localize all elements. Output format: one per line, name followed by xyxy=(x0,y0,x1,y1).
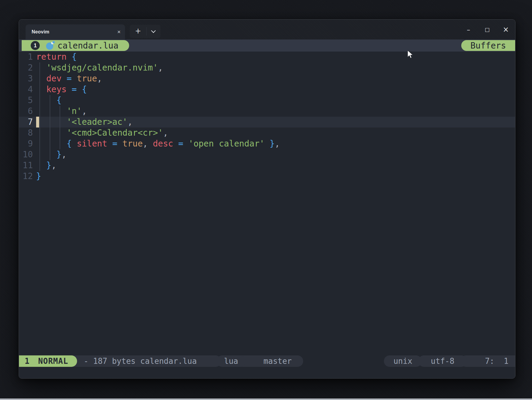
line-number: 1 xyxy=(19,52,33,62)
lua-filetype-icon xyxy=(46,41,55,50)
buffer-filename: calendar.lua xyxy=(58,41,118,51)
code-line-6[interactable]: 6 'n', xyxy=(19,106,515,117)
maximize-button[interactable]: □ xyxy=(478,20,496,39)
statusline-fileformat: unix xyxy=(384,355,422,367)
editor-cursor xyxy=(36,117,39,128)
mouse-cursor xyxy=(407,50,415,59)
bufferline: 1 calendar.lua Buffers xyxy=(19,39,515,52)
line-number: 7 xyxy=(19,117,33,128)
code-line-2[interactable]: 2 'wsdjeg/calendar.nvim', xyxy=(19,62,515,73)
statusline-filetype: lua xyxy=(216,355,246,367)
statusline-mode-segment: 1 NORMAL xyxy=(19,355,77,367)
neovim-ui: 1 calendar.lua Buffers 1return {2 'wsdje… xyxy=(19,39,515,378)
code-lines: 1return {2 'wsdjeg/calendar.nvim',3 dev … xyxy=(19,52,515,182)
chevron-down-icon xyxy=(151,28,156,33)
line-number: 2 xyxy=(19,62,33,73)
line-number: 11 xyxy=(19,160,33,171)
line-number: 9 xyxy=(19,138,33,149)
code-line-12[interactable]: 12} xyxy=(19,171,515,182)
tab-close-icon[interactable]: × xyxy=(113,29,125,35)
line-number: 12 xyxy=(19,171,33,182)
line-number: 8 xyxy=(19,128,33,138)
line-number: 6 xyxy=(19,106,33,117)
code-line-3[interactable]: 3 dev = true, xyxy=(19,73,515,84)
new-tab-dropdown-button[interactable] xyxy=(147,25,160,38)
editor-code-area[interactable]: 1return {2 'wsdjeg/calendar.nvim',3 dev … xyxy=(19,52,515,355)
statusline-encoding: utf-8 xyxy=(418,355,467,367)
code-line-5[interactable]: 5 { xyxy=(19,95,515,106)
code-line-7[interactable]: 7 '<leader>ac', xyxy=(19,117,515,128)
window-controls: – □ × xyxy=(459,20,515,39)
statusline-file-info-text: - 187 bytes calendar.lua xyxy=(84,357,197,366)
statusline-mode: NORMAL xyxy=(38,357,68,366)
desktop-background: Neovim × + – □ × 1 xyxy=(0,0,532,400)
buffer-tab-calendar-lua[interactable]: 1 calendar.lua xyxy=(22,40,129,51)
buffer-number-badge: 1 xyxy=(31,41,40,50)
close-button[interactable]: × xyxy=(496,20,515,39)
statusline: 1 NORMAL - 187 bytes calendar.lua lua ma… xyxy=(19,355,515,367)
terminal-window: Neovim × + – □ × 1 xyxy=(19,19,515,379)
code-line-9[interactable]: 9 { silent = true, desc = 'open calendar… xyxy=(19,138,515,149)
cursor-position-text: 7: 1 xyxy=(485,357,509,366)
statusline-file-info: - 187 bytes calendar.lua xyxy=(58,355,221,367)
line-number: 5 xyxy=(19,95,33,106)
line-number: 10 xyxy=(19,149,33,160)
code-line-8[interactable]: 8 '<cmd>Calendar<cr>', xyxy=(19,128,515,138)
statusline-git-branch: master xyxy=(240,355,303,367)
line-number: 3 xyxy=(19,73,33,84)
git-branch-name: master xyxy=(263,357,292,366)
code-line-1[interactable]: 1return { xyxy=(19,52,515,62)
code-line-11[interactable]: 11 }, xyxy=(19,160,515,171)
buffers-label: Buffers xyxy=(461,40,515,51)
code-line-4[interactable]: 4 keys = { xyxy=(19,84,515,95)
terminal-titlebar: Neovim × + – □ × xyxy=(19,20,515,39)
code-line-10[interactable]: 10 }, xyxy=(19,149,515,160)
minimize-button[interactable]: – xyxy=(459,20,478,39)
terminal-tab-title: Neovim xyxy=(26,29,113,35)
new-tab-button[interactable]: + xyxy=(130,27,147,36)
line-number: 4 xyxy=(19,84,33,95)
new-tab-group: + xyxy=(130,25,160,38)
terminal-tab-neovim[interactable]: Neovim × xyxy=(26,24,125,39)
statusline-cursor-position: 7: 1 xyxy=(460,355,515,367)
statusline-buffer-count: 1 xyxy=(25,357,30,366)
screen-bottom-edge xyxy=(0,398,532,400)
